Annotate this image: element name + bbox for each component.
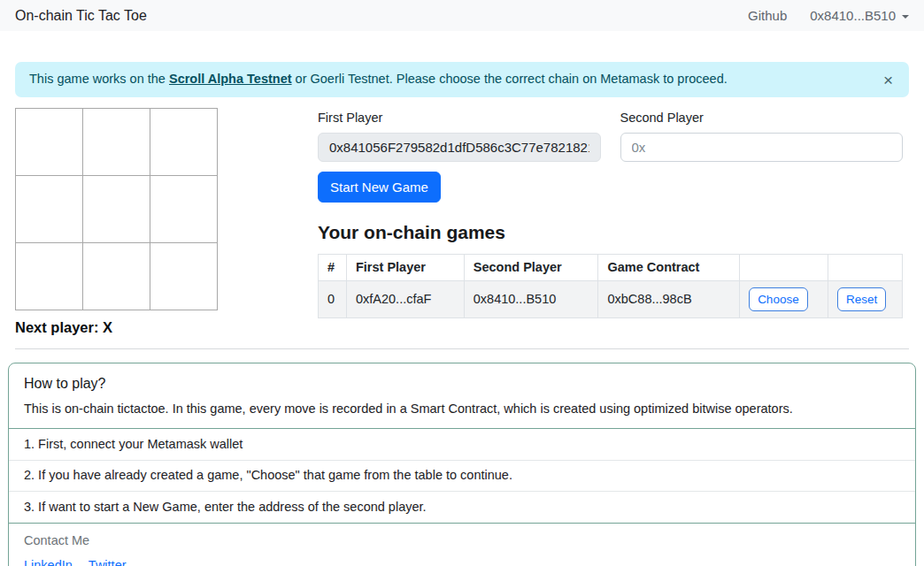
board-column: Next player: X (15, 109, 318, 337)
linkedin-link[interactable]: LinkedIn (24, 558, 73, 566)
steps-list: 1. First, connect your Metamask wallet 2… (9, 428, 915, 523)
col-first-player: First Player (346, 254, 464, 280)
col-game-contract: Game Contract (598, 254, 740, 280)
chevron-down-icon (902, 15, 909, 19)
twitter-link[interactable]: Twitter (89, 558, 127, 566)
how-to-play-title: How to play? (24, 375, 900, 392)
games-table-header: # First Player Second Player Game Contra… (319, 254, 903, 280)
reset-game-button[interactable]: Reset (837, 287, 886, 311)
close-icon[interactable]: × (882, 72, 895, 88)
navbar: On-chain Tic Tac Toe Github 0x8410...B51… (0, 0, 924, 31)
second-player-label: Second Player (620, 111, 904, 126)
first-player-label: First Player (318, 111, 601, 126)
second-player-input[interactable] (620, 133, 904, 162)
games-table: # First Player Second Player Game Contra… (318, 254, 903, 318)
col-reset (828, 254, 903, 280)
game-second-player: 0x8410...B510 (464, 280, 598, 317)
second-player-group: Second Player (620, 109, 904, 162)
card-body: How to play? This is on-chain tictactoe.… (9, 363, 915, 429)
contact-label: Contact Me (24, 533, 900, 548)
list-item: 1. First, connect your Metamask wallet (9, 429, 915, 459)
start-new-game-button[interactable]: Start New Game (318, 172, 441, 203)
contact-links: LinkedIn Twitter (24, 558, 900, 566)
next-player-status: Next player: X (15, 319, 318, 337)
board-row (15, 243, 318, 310)
board-cell[interactable] (82, 175, 150, 243)
board-row (15, 109, 318, 176)
game-contract: 0xbC88...98cB (598, 280, 740, 317)
board-cell[interactable] (15, 242, 83, 310)
board-cell[interactable] (150, 175, 218, 243)
account-dropdown[interactable]: 0x8410...B510 (810, 8, 909, 24)
col-index: # (319, 254, 347, 280)
board-row (15, 176, 318, 243)
alert-text: This game works on the Scroll Alpha Test… (29, 72, 728, 87)
board-cell[interactable] (82, 242, 150, 310)
alert-text-after: or Goerli Testnet. Please choose the cor… (292, 72, 728, 86)
navbar-right: Github 0x8410...B510 (748, 8, 909, 24)
game-first-player: 0xfA20...cfaF (346, 280, 464, 317)
board-cell[interactable] (150, 242, 218, 310)
first-player-input (318, 133, 601, 162)
game-panel: First Player Second Player Start New Gam… (318, 109, 903, 337)
main-content: Next player: X First Player Second Playe… (15, 109, 909, 337)
alert-text-before: This game works on the (29, 72, 169, 86)
games-heading: Your on-chain games (318, 221, 903, 243)
list-item: 2. If you have already created a game, "… (9, 460, 915, 491)
col-choose (740, 254, 828, 280)
scroll-testnet-link[interactable]: Scroll Alpha Testnet (169, 72, 292, 86)
how-to-play-card: How to play? This is on-chain tictactoe.… (8, 363, 916, 566)
contact-section: Contact Me LinkedIn Twitter (9, 524, 915, 566)
account-address: 0x8410...B510 (810, 8, 896, 24)
board-cell[interactable] (15, 175, 83, 243)
divider (15, 348, 909, 349)
list-item: 3. If want to start a New Game, enter th… (9, 491, 915, 522)
tictactoe-board (15, 109, 318, 310)
table-row: 0 0xfA20...cfaF 0x8410...B510 0xbC88...9… (319, 280, 903, 317)
first-player-group: First Player (318, 109, 601, 162)
chain-alert: This game works on the Scroll Alpha Test… (15, 62, 909, 97)
game-index: 0 (319, 280, 347, 317)
board-cell[interactable] (82, 108, 150, 176)
choose-game-button[interactable]: Choose (749, 287, 808, 311)
board-cell[interactable] (150, 108, 218, 176)
github-link[interactable]: Github (748, 8, 787, 24)
app-title: On-chain Tic Tac Toe (15, 7, 147, 24)
board-cell[interactable] (15, 108, 83, 176)
how-to-play-description: This is on-chain tictactoe. In this game… (24, 402, 900, 417)
col-second-player: Second Player (464, 254, 598, 280)
new-game-form: First Player Second Player (318, 109, 903, 162)
